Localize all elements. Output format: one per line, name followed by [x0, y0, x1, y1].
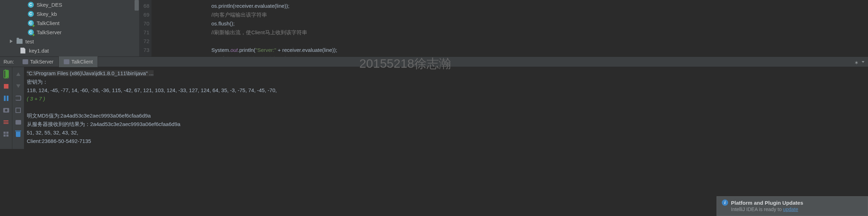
- runnable-class-icon: C: [27, 29, 34, 35]
- update-link[interactable]: update: [783, 206, 798, 212]
- scroll-up-button[interactable]: [15, 71, 22, 78]
- project-tree: CSkey_DESCSkey_kbCTalkClientCTalkServert…: [0, 0, 139, 56]
- class-icon: C: [27, 11, 34, 17]
- line-number: 72: [139, 37, 149, 46]
- code-line: //向客户端输出该字符串: [211, 10, 868, 19]
- gear-dropdown-icon[interactable]: [862, 61, 864, 63]
- console-line: Client:23686-50-5492-7135: [27, 137, 865, 145]
- run-tab-label: TalkServer: [30, 59, 54, 65]
- tree-item-label: key1.dat: [29, 48, 49, 54]
- console-line: 明文MD5值为:2a4ad53c3e2aec9993a06ef6cfaa6d9a: [27, 112, 865, 120]
- line-number: 69: [139, 10, 149, 19]
- tree-item-test[interactable]: test: [0, 37, 139, 46]
- exit-button[interactable]: [2, 119, 10, 126]
- code-editor[interactable]: os.println(receiver.evaluate(line));//向客…: [151, 0, 868, 56]
- scroll-to-end-button[interactable]: [15, 107, 22, 114]
- tree-item-key1.dat[interactable]: key1.dat: [0, 46, 139, 55]
- clear-button[interactable]: [15, 131, 22, 138]
- console-line: 密钥为：: [27, 78, 865, 86]
- line-number: 70: [139, 19, 149, 28]
- rerun-button[interactable]: [2, 71, 10, 78]
- tree-item-TalkServer[interactable]: CTalkServer: [0, 28, 139, 37]
- gear-icon[interactable]: ✶: [854, 60, 859, 66]
- run-tab-label: TalkClient: [72, 59, 93, 65]
- run-config-icon: [64, 59, 69, 64]
- console-output[interactable]: "C:\Program Files (x86)\Java\jdk1.8.0_11…: [24, 67, 868, 149]
- line-number: 71: [139, 28, 149, 37]
- console-command: "C:\Program Files (x86)\Java\jdk1.8.0_11…: [27, 70, 154, 76]
- run-tab-TalkClient[interactable]: TalkClient: [59, 56, 98, 67]
- code-line: [211, 37, 868, 46]
- watermark-text: 20155218徐志瀚: [359, 55, 451, 72]
- line-number: 73: [139, 46, 149, 54]
- console-input-line: ( 3 + 7 ): [27, 95, 865, 103]
- tree-item-Skey_DES[interactable]: CSkey_DES: [0, 0, 139, 9]
- tree-item-label: test: [25, 38, 34, 44]
- notification-body: IntelliJ IDEA is ready to: [731, 206, 783, 212]
- run-label: Run:: [0, 59, 18, 65]
- tree-item-label: TalkServer: [37, 29, 62, 35]
- console-line: 118, 124, -45, -77, 14, -60, -26, -36, 1…: [27, 86, 865, 95]
- console-line: 51, 32, 55, 32, 43, 32,: [27, 128, 865, 137]
- tree-item-TalkClient[interactable]: CTalkClient: [0, 18, 139, 28]
- expand-icon[interactable]: [10, 40, 13, 43]
- run-config-icon: [23, 59, 28, 64]
- layout-button[interactable]: [2, 131, 10, 138]
- code-line: os.println(receiver.evaluate(line));: [211, 1, 868, 10]
- code-line: //刷新输出流，使Client马上收到该字符串: [211, 28, 868, 37]
- soft-wrap-button[interactable]: [15, 95, 22, 102]
- runnable-class-icon: C: [27, 20, 34, 26]
- code-line: os.flush();: [211, 19, 868, 28]
- tree-item-Skey_kb[interactable]: CSkey_kb: [0, 9, 139, 18]
- tree-item-label: Skey_DES: [37, 2, 62, 8]
- dump-threads-button[interactable]: [2, 107, 10, 114]
- pause-button[interactable]: [2, 95, 10, 102]
- run-toolbar-left: [0, 67, 12, 149]
- class-icon: C: [27, 1, 34, 8]
- scroll-down-button[interactable]: [15, 83, 22, 90]
- folder-icon: [16, 38, 23, 44]
- run-tool-tabbar: Run: TalkServerTalkClient 20155218徐志瀚 ✶: [0, 56, 868, 67]
- line-number: 68: [139, 1, 149, 10]
- notification-title: Platform and Plugin Updates: [731, 200, 803, 206]
- tree-scrollbar[interactable]: [134, 0, 139, 56]
- run-toolbar-right: [12, 67, 24, 149]
- run-tab-TalkServer[interactable]: TalkServer: [18, 56, 59, 67]
- update-notification[interactable]: iPlatform and Plugin Updates IntelliJ ID…: [717, 196, 868, 216]
- stop-button[interactable]: [2, 83, 10, 90]
- tree-item-label: TalkClient: [37, 20, 60, 26]
- editor-gutter: 68697071727374: [139, 0, 151, 56]
- tree-item-label: Skey_kb: [37, 11, 57, 17]
- print-button[interactable]: [15, 119, 22, 126]
- file-icon: [20, 47, 26, 54]
- console-line: 从服务器接收到的结果为：2a4ad53c3e2aec9993a06ef6cfaa…: [27, 120, 865, 128]
- info-icon: i: [722, 199, 728, 206]
- console-line: [27, 103, 865, 112]
- code-line: System.out.println("Server:" + receiver.…: [211, 46, 868, 54]
